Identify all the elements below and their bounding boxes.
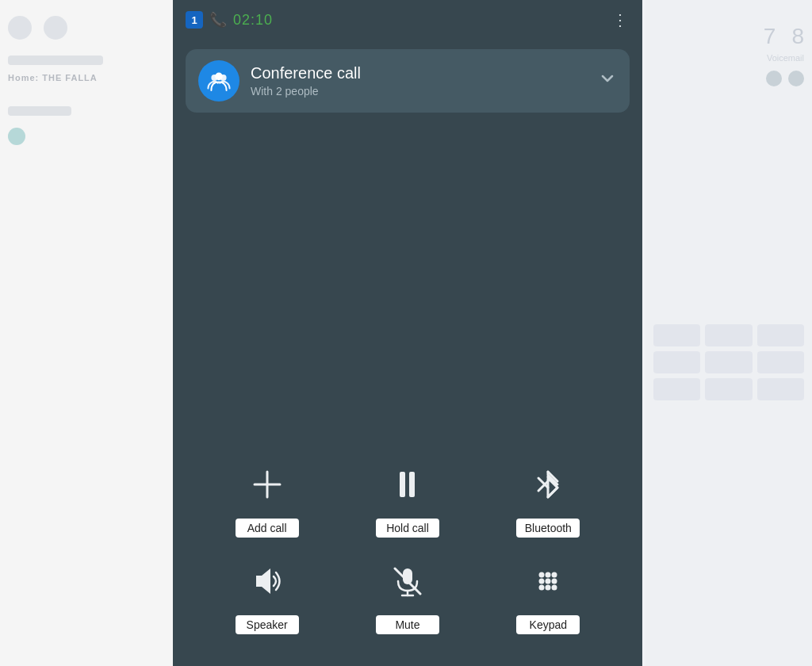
action-grid: Add call Hold call [173, 441, 642, 650]
call-timer: 02:10 [233, 12, 273, 29]
keypad-button[interactable]: Keypad [486, 553, 611, 634]
bg-text-1 [8, 56, 103, 65]
bg-right-panel: 7 8 Voicemail [645, 0, 812, 666]
status-left: 1 📞 02:10 [186, 11, 273, 29]
phone-icon: 📞 [209, 11, 227, 29]
bluetooth-button[interactable]: Bluetooth [486, 457, 611, 538]
bg-number-8: 8 [791, 24, 804, 49]
speaker-label: Speaker [236, 615, 299, 634]
conference-card[interactable]: Conference call With 2 people [186, 49, 630, 113]
bg-right-grid [653, 324, 804, 400]
bluetooth-icon [532, 467, 564, 502]
pause-icon [400, 472, 415, 497]
keypad-label: Keypad [516, 615, 580, 634]
bg-text-2 [8, 106, 71, 116]
bluetooth-label: Bluetooth [516, 519, 580, 538]
bg-left-icons [8, 16, 67, 40]
plus-icon [250, 467, 285, 502]
status-bar: 1 📞 02:10 ⋮ [173, 0, 642, 40]
bg-left-panel: Home: THE FALLA [0, 0, 173, 666]
svg-point-9 [539, 572, 545, 578]
hold-call-label: Hold call [376, 519, 439, 538]
bg-number-7: 7 [764, 24, 776, 49]
bg-icon-3 [8, 128, 25, 145]
svg-point-16 [546, 585, 551, 591]
call-badge: 1 [186, 11, 203, 29]
svg-point-11 [552, 572, 557, 578]
keypad-icon-container [520, 553, 576, 609]
mute-icon [390, 564, 425, 599]
group-icon [206, 68, 232, 94]
conference-subtitle: With 2 people [251, 85, 598, 98]
speaker-icon [250, 564, 285, 599]
bluetooth-icon-container [520, 457, 576, 512]
hold-call-icon [380, 457, 435, 512]
bottom-padding [173, 650, 642, 666]
svg-point-13 [546, 579, 551, 584]
bg-right-label: Voicemail [653, 53, 804, 63]
keypad-icon [530, 564, 565, 599]
conference-title: Conference call [251, 64, 598, 82]
add-call-button[interactable]: Add call [205, 457, 329, 538]
bg-icon-1 [8, 16, 32, 40]
phone-screen: 1 📞 02:10 ⋮ Conference call With 2 peop [173, 0, 642, 666]
spacer [173, 122, 642, 441]
svg-point-17 [552, 585, 557, 591]
add-call-icon [239, 457, 295, 512]
svg-point-12 [539, 579, 545, 584]
svg-point-15 [539, 585, 545, 591]
svg-point-10 [546, 572, 551, 578]
speaker-icon-container [239, 553, 295, 609]
chevron-down-icon[interactable] [598, 69, 617, 93]
speaker-button[interactable]: Speaker [205, 553, 329, 634]
mute-label: Mute [376, 615, 439, 634]
svg-point-2 [215, 73, 223, 81]
conference-avatar [198, 60, 239, 101]
overflow-menu-button[interactable]: ⋮ [612, 10, 630, 29]
conference-info: Conference call With 2 people [251, 64, 598, 98]
bg-right-numbers: 7 8 [653, 12, 804, 49]
bg-label-1: Home: THE FALLA [8, 73, 98, 82]
hold-call-button[interactable]: Hold call [345, 457, 469, 538]
mute-icon-container [380, 553, 435, 609]
bg-icon-2 [44, 16, 67, 40]
add-call-label: Add call [236, 519, 299, 538]
svg-point-14 [552, 579, 557, 584]
mute-button[interactable]: Mute [345, 553, 469, 634]
